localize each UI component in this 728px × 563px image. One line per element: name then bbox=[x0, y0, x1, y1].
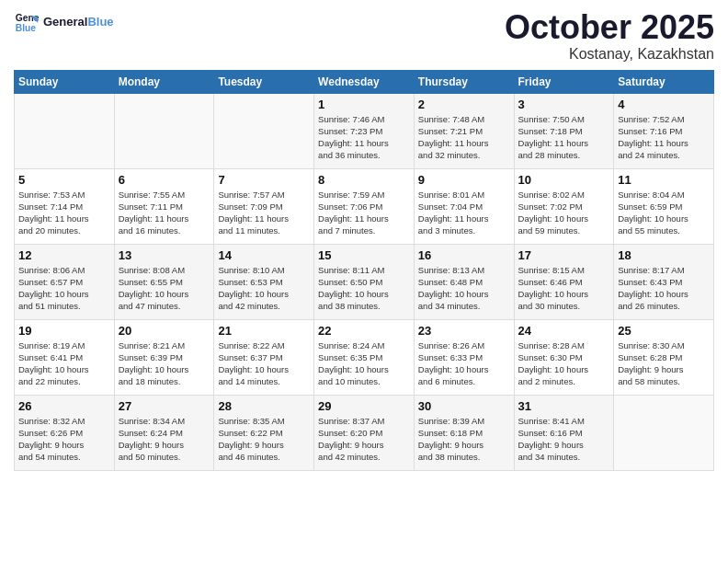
day-info: Sunrise: 8:02 AM Sunset: 7:02 PM Dayligh… bbox=[518, 189, 610, 237]
day-info: Sunrise: 8:41 AM Sunset: 6:16 PM Dayligh… bbox=[518, 415, 610, 464]
title-block: October 2025 Kostanay, Kazakhstan bbox=[505, 9, 714, 63]
day-cell: 10Sunrise: 8:02 AM Sunset: 7:02 PM Dayli… bbox=[514, 168, 614, 244]
day-info: Sunrise: 8:06 AM Sunset: 6:57 PM Dayligh… bbox=[18, 264, 110, 313]
logo-icon: General Blue bbox=[14, 9, 40, 35]
logo-general: General bbox=[43, 15, 87, 29]
day-info: Sunrise: 8:28 AM Sunset: 6:30 PM Dayligh… bbox=[518, 339, 610, 388]
day-cell bbox=[214, 93, 314, 168]
day-cell: 26Sunrise: 8:32 AM Sunset: 6:26 PM Dayli… bbox=[15, 395, 115, 470]
day-cell: 1Sunrise: 7:46 AM Sunset: 7:23 PM Daylig… bbox=[314, 93, 415, 168]
day-number: 29 bbox=[318, 399, 410, 413]
svg-text:Blue: Blue bbox=[16, 23, 37, 33]
week-row-5: 26Sunrise: 8:32 AM Sunset: 6:26 PM Dayli… bbox=[15, 395, 714, 470]
day-number: 5 bbox=[18, 173, 110, 187]
day-cell: 27Sunrise: 8:34 AM Sunset: 6:24 PM Dayli… bbox=[114, 395, 214, 470]
day-info: Sunrise: 8:30 AM Sunset: 6:28 PM Dayligh… bbox=[618, 339, 710, 388]
calendar-table: SundayMondayTuesdayWednesdayThursdayFrid… bbox=[14, 70, 714, 471]
day-info: Sunrise: 8:24 AM Sunset: 6:35 PM Dayligh… bbox=[318, 339, 410, 388]
day-info: Sunrise: 8:22 AM Sunset: 6:37 PM Dayligh… bbox=[218, 339, 310, 388]
week-row-4: 19Sunrise: 8:19 AM Sunset: 6:41 PM Dayli… bbox=[15, 319, 714, 395]
day-cell: 20Sunrise: 8:21 AM Sunset: 6:39 PM Dayli… bbox=[114, 319, 214, 395]
day-cell: 2Sunrise: 7:48 AM Sunset: 7:21 PM Daylig… bbox=[414, 93, 514, 168]
day-number: 8 bbox=[318, 173, 410, 187]
day-info: Sunrise: 7:57 AM Sunset: 7:09 PM Dayligh… bbox=[218, 189, 310, 237]
day-number: 11 bbox=[618, 173, 710, 187]
day-number: 2 bbox=[418, 98, 510, 111]
day-number: 20 bbox=[119, 324, 210, 338]
day-cell: 31Sunrise: 8:41 AM Sunset: 6:16 PM Dayli… bbox=[514, 395, 614, 470]
day-cell: 28Sunrise: 8:35 AM Sunset: 6:22 PM Dayli… bbox=[214, 395, 314, 470]
page-container: General Blue GeneralBlue October 2025 Ko… bbox=[0, 0, 728, 480]
day-info: Sunrise: 8:17 AM Sunset: 6:43 PM Dayligh… bbox=[618, 264, 710, 313]
day-number: 14 bbox=[218, 248, 310, 262]
day-number: 15 bbox=[318, 248, 410, 262]
day-cell: 17Sunrise: 8:15 AM Sunset: 6:46 PM Dayli… bbox=[514, 244, 614, 319]
day-number: 10 bbox=[518, 173, 610, 187]
day-number: 25 bbox=[618, 324, 710, 338]
day-cell: 12Sunrise: 8:06 AM Sunset: 6:57 PM Dayli… bbox=[15, 244, 115, 319]
day-info: Sunrise: 8:34 AM Sunset: 6:24 PM Dayligh… bbox=[119, 415, 210, 464]
day-info: Sunrise: 7:52 AM Sunset: 7:16 PM Dayligh… bbox=[618, 113, 710, 162]
day-cell: 14Sunrise: 8:10 AM Sunset: 6:53 PM Dayli… bbox=[214, 244, 314, 319]
day-number: 28 bbox=[218, 399, 310, 413]
day-info: Sunrise: 8:08 AM Sunset: 6:55 PM Dayligh… bbox=[119, 264, 210, 313]
day-cell: 16Sunrise: 8:13 AM Sunset: 6:48 PM Dayli… bbox=[414, 244, 514, 319]
day-cell: 30Sunrise: 8:39 AM Sunset: 6:18 PM Dayli… bbox=[414, 395, 514, 470]
day-info: Sunrise: 8:37 AM Sunset: 6:20 PM Dayligh… bbox=[318, 415, 410, 464]
day-info: Sunrise: 7:48 AM Sunset: 7:21 PM Dayligh… bbox=[418, 113, 510, 162]
logo-blue: Blue bbox=[87, 15, 113, 29]
day-number: 26 bbox=[18, 399, 110, 413]
day-info: Sunrise: 8:13 AM Sunset: 6:48 PM Dayligh… bbox=[418, 264, 510, 313]
day-info: Sunrise: 8:04 AM Sunset: 6:59 PM Dayligh… bbox=[618, 189, 710, 237]
day-cell bbox=[114, 93, 214, 168]
header-cell-monday: Monday bbox=[114, 70, 214, 93]
day-number: 21 bbox=[218, 324, 310, 338]
day-number: 27 bbox=[119, 399, 210, 413]
day-number: 22 bbox=[318, 324, 410, 338]
header-cell-thursday: Thursday bbox=[414, 70, 514, 93]
day-cell: 13Sunrise: 8:08 AM Sunset: 6:55 PM Dayli… bbox=[114, 244, 214, 319]
header-cell-saturday: Saturday bbox=[614, 70, 714, 93]
day-cell: 6Sunrise: 7:55 AM Sunset: 7:11 PM Daylig… bbox=[114, 168, 214, 244]
header-cell-sunday: Sunday bbox=[15, 70, 115, 93]
header-cell-tuesday: Tuesday bbox=[214, 70, 314, 93]
day-info: Sunrise: 8:15 AM Sunset: 6:46 PM Dayligh… bbox=[518, 264, 610, 313]
day-info: Sunrise: 8:35 AM Sunset: 6:22 PM Dayligh… bbox=[218, 415, 310, 464]
day-info: Sunrise: 8:39 AM Sunset: 6:18 PM Dayligh… bbox=[418, 415, 510, 464]
day-number: 1 bbox=[318, 98, 410, 111]
day-number: 18 bbox=[618, 248, 710, 262]
month-title: October 2025 bbox=[505, 9, 714, 46]
day-info: Sunrise: 7:53 AM Sunset: 7:14 PM Dayligh… bbox=[18, 189, 110, 237]
day-info: Sunrise: 8:26 AM Sunset: 6:33 PM Dayligh… bbox=[418, 339, 510, 388]
day-cell: 23Sunrise: 8:26 AM Sunset: 6:33 PM Dayli… bbox=[414, 319, 514, 395]
day-cell: 18Sunrise: 8:17 AM Sunset: 6:43 PM Dayli… bbox=[614, 244, 714, 319]
day-number: 4 bbox=[618, 98, 710, 111]
day-cell: 3Sunrise: 7:50 AM Sunset: 7:18 PM Daylig… bbox=[514, 93, 614, 168]
day-cell: 29Sunrise: 8:37 AM Sunset: 6:20 PM Dayli… bbox=[314, 395, 415, 470]
day-number: 17 bbox=[518, 248, 610, 262]
day-number: 3 bbox=[518, 98, 610, 111]
week-row-3: 12Sunrise: 8:06 AM Sunset: 6:57 PM Dayli… bbox=[15, 244, 714, 319]
day-info: Sunrise: 7:59 AM Sunset: 7:06 PM Dayligh… bbox=[318, 189, 410, 237]
day-number: 24 bbox=[518, 324, 610, 338]
logo: General Blue GeneralBlue bbox=[14, 9, 114, 35]
day-cell: 8Sunrise: 7:59 AM Sunset: 7:06 PM Daylig… bbox=[314, 168, 415, 244]
day-cell bbox=[614, 395, 714, 470]
week-row-1: 1Sunrise: 7:46 AM Sunset: 7:23 PM Daylig… bbox=[15, 93, 714, 168]
header-cell-friday: Friday bbox=[514, 70, 614, 93]
day-cell: 4Sunrise: 7:52 AM Sunset: 7:16 PM Daylig… bbox=[614, 93, 714, 168]
header: General Blue GeneralBlue October 2025 Ko… bbox=[14, 9, 714, 63]
day-cell: 24Sunrise: 8:28 AM Sunset: 6:30 PM Dayli… bbox=[514, 319, 614, 395]
day-cell: 9Sunrise: 8:01 AM Sunset: 7:04 PM Daylig… bbox=[414, 168, 514, 244]
day-cell: 11Sunrise: 8:04 AM Sunset: 6:59 PM Dayli… bbox=[614, 168, 714, 244]
day-info: Sunrise: 8:32 AM Sunset: 6:26 PM Dayligh… bbox=[18, 415, 110, 464]
day-number: 16 bbox=[418, 248, 510, 262]
day-info: Sunrise: 8:10 AM Sunset: 6:53 PM Dayligh… bbox=[218, 264, 310, 313]
header-cell-wednesday: Wednesday bbox=[314, 70, 415, 93]
week-row-2: 5Sunrise: 7:53 AM Sunset: 7:14 PM Daylig… bbox=[15, 168, 714, 244]
day-number: 13 bbox=[119, 248, 210, 262]
day-number: 6 bbox=[119, 173, 210, 187]
location: Kostanay, Kazakhstan bbox=[505, 46, 714, 63]
day-number: 30 bbox=[418, 399, 510, 413]
day-cell: 5Sunrise: 7:53 AM Sunset: 7:14 PM Daylig… bbox=[15, 168, 115, 244]
